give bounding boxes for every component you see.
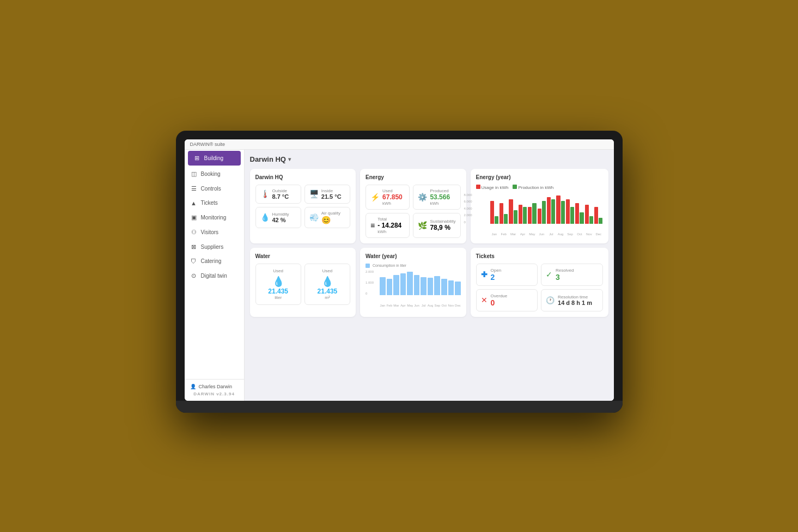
sidebar-item-controls[interactable]: ☰ Controls	[185, 181, 244, 196]
bar-group-Oct	[575, 203, 583, 224]
energy-month-label-1: Feb	[499, 233, 508, 236]
production-bar-3	[523, 207, 527, 224]
energy-month-label-5: Jun	[538, 233, 546, 236]
energy-produced-value: 53.566	[430, 193, 450, 201]
water-bar-4	[407, 272, 413, 295]
laptop-screen: DARWIN® suite ⊞ Building ◫ Booking ☰	[185, 139, 614, 401]
production-bar-9	[580, 212, 583, 224]
production-bar-6	[551, 199, 555, 224]
dashboard-row-1: Darwin HQ 🌡️ Outside 8.7 °C	[250, 169, 608, 243]
solar-icon: ⚙️	[418, 193, 427, 201]
digital-twin-icon: ⊙	[190, 272, 198, 279]
air-quality-icon: 💨	[309, 213, 319, 222]
water-month-label-11: Dec	[455, 304, 461, 307]
water-bar-chart	[380, 270, 461, 303]
ticket-resolution-info: Resolution time 14 d 8 h 1 m	[558, 295, 592, 306]
ticket-open-item: ✚ Open 2	[476, 264, 538, 286]
sidebar-item-booking[interactable]: ◫ Booking	[185, 167, 244, 181]
sidebar-item-visitors-label: Visitors	[201, 229, 219, 235]
bar-group-Mar	[509, 199, 517, 224]
water-month-label-9: Oct	[441, 304, 447, 307]
energy-month-label-7: Aug	[556, 233, 564, 236]
energy-used-info: Used 67.850 kWh	[382, 188, 403, 206]
sidebar-item-monitoring[interactable]: ▣ Monitoring	[185, 210, 244, 225]
location-title: Darwin HQ	[250, 155, 286, 163]
water-liter-item: Used 💧 21.435 liter	[255, 264, 301, 305]
bar-group-Apr	[519, 205, 527, 223]
usage-bar-0	[490, 201, 494, 223]
ticket-overdue-value: 0	[491, 298, 508, 307]
sidebar-item-digital-twin[interactable]: ⊙ Digital twin	[185, 268, 244, 283]
water-bar-3	[400, 273, 406, 295]
laptop-frame: DARWIN® suite ⊞ Building ◫ Booking ☰	[176, 131, 623, 413]
main-layout: ⊞ Building ◫ Booking ☰ Controls ▲ Ticket…	[185, 150, 614, 401]
ticket-open-value: 2	[491, 273, 502, 282]
sidebar-item-tickets[interactable]: ▲ Tickets	[185, 196, 244, 210]
energy-total-unit: kWh	[377, 229, 401, 234]
inside-value: 21.5 °C	[321, 193, 342, 200]
ticket-overdue-item: ✕ Overdue 0	[476, 289, 538, 311]
energy-month-label-8: Sep	[566, 233, 574, 236]
sidebar-item-booking-label: Booking	[201, 171, 221, 177]
water-month-labels: JanFebMarAprMayJunJulAugSepOctNovDec	[380, 304, 461, 307]
sidebar-item-building-label: Building	[204, 155, 224, 161]
sidebar-item-tickets-label: Tickets	[201, 200, 218, 206]
inside-temp-item: 🖥️ Inside 21.5 °C	[304, 185, 350, 204]
sidebar-item-building[interactable]: ⊞ Building	[188, 151, 241, 166]
bar-group-May	[528, 203, 536, 224]
water-year-legend: Consumption in liter	[366, 264, 461, 268]
water-bar-0	[380, 277, 386, 295]
usage-bar-11	[594, 207, 598, 224]
water-month-label-10: Nov	[448, 304, 454, 307]
energy-used-item: ⚡ Used 67.850 kWh	[366, 185, 410, 210]
sidebar-footer: 👤 Charles Darwin DARWIN v2.3.94	[185, 379, 244, 401]
sidebar-item-digital-twin-label: Digital twin	[201, 273, 227, 279]
suppliers-icon: ⊠	[190, 243, 198, 250]
sidebar-item-catering[interactable]: ⛉ Catering	[185, 254, 244, 268]
energy-month-label-6: Jul	[547, 233, 555, 236]
production-bar-10	[589, 216, 593, 224]
water-drop-icon-1: 💧	[260, 276, 296, 288]
energy-year-chart-wrapper: 8.000 6.000 4.000 2.000 0 JanFebMarAprMa…	[476, 193, 603, 236]
water-m3-label: Used	[309, 268, 345, 273]
darwin-hq-title: Darwin HQ	[255, 174, 351, 180]
visitors-icon: ⚇	[190, 229, 198, 236]
air-quality-item: 💨 Air quality 😊	[304, 207, 350, 228]
app-version: DARWIN v2.3.94	[190, 392, 239, 396]
air-quality-label: Air quality	[321, 211, 340, 216]
energy-sustainability-label: Sustainability	[430, 219, 455, 224]
bar-group-Dec	[594, 207, 602, 224]
energy-total-info: Total - 14.284 kWh	[377, 217, 401, 234]
water-title: Water	[255, 253, 351, 259]
usage-bar-1	[499, 203, 503, 224]
energy-month-label-3: Apr	[519, 233, 527, 236]
bar-group-Jan	[490, 201, 498, 223]
humidity-value: 42 %	[272, 217, 289, 223]
usage-bar-4	[528, 207, 532, 224]
chevron-down-icon[interactable]: ▾	[288, 156, 291, 162]
sidebar-item-suppliers[interactable]: ⊠ Suppliers	[185, 240, 244, 254]
top-bar: DARWIN® suite	[185, 139, 614, 150]
water-items: Used 💧 21.435 liter Used 💧 21.435 m²	[255, 264, 351, 305]
sidebar-item-controls-label: Controls	[201, 186, 221, 192]
monitoring-icon: ▣	[190, 214, 198, 221]
production-bar-11	[599, 218, 602, 223]
water-year-card: Water (year) Consumption in liter 2.000 …	[360, 248, 466, 317]
content-area: Darwin HQ ▾ Darwin HQ 🌡️	[245, 150, 614, 401]
humidity-info: Humidity 42 %	[272, 212, 289, 223]
water-m3-item: Used 💧 21.435 m²	[304, 264, 350, 305]
energy-produced-info: Produced 53.566 kWh	[430, 188, 450, 206]
outside-temp-item: 🌡️ Outside 8.7 °C	[255, 185, 301, 204]
energy-card: Energy ⚡ Used 67.850 kWh	[360, 169, 466, 243]
usage-legend: Usage in kWh	[476, 185, 509, 190]
water-bar-8	[434, 276, 440, 295]
water-legend-dot	[366, 264, 370, 268]
energy-total-item: ≡ Total - 14.284 kWh	[366, 213, 410, 238]
water-y-axis: 2.000 1.000 0	[366, 270, 374, 295]
air-quality-info: Air quality 😊	[321, 211, 340, 224]
ticket-open-info: Open 2	[491, 268, 502, 282]
darwin-hq-card: Darwin HQ 🌡️ Outside 8.7 °C	[250, 169, 356, 243]
sidebar-item-visitors[interactable]: ⚇ Visitors	[185, 225, 244, 240]
water-liter-label: Used	[260, 268, 296, 273]
outside-temp-info: Outside 8.7 °C	[272, 188, 289, 200]
